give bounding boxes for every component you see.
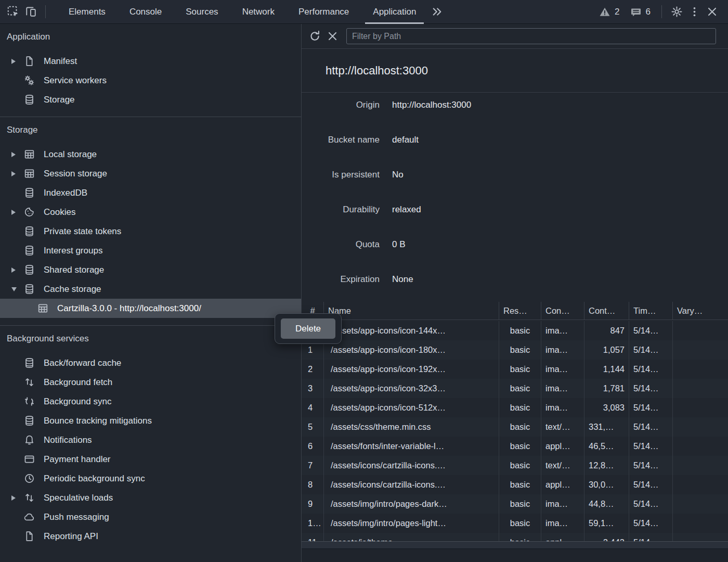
cell-cont[interactable]: 3,083 (584, 398, 629, 417)
cell-num[interactable]: 11 (302, 533, 324, 541)
cell-con[interactable]: ima… (541, 494, 584, 514)
cell-con[interactable]: ima… (541, 514, 584, 533)
cell-con[interactable]: text/… (541, 456, 584, 475)
sidebar-item-notifications[interactable]: Notifications (0, 430, 301, 450)
cell-cont[interactable]: 59,1… (584, 514, 629, 533)
cell-con[interactable]: ima… (541, 379, 584, 398)
sidebar-item-background-sync[interactable]: Background sync (0, 392, 301, 411)
cell-num[interactable]: 1… (302, 514, 324, 533)
sidebar-item-bounce-tracking-mitigations[interactable]: Bounce tracking mitigations (0, 411, 301, 430)
cell-vary[interactable] (673, 321, 728, 340)
cell-vary[interactable] (673, 398, 728, 417)
cell-con[interactable]: ima… (541, 340, 584, 360)
cell-tim[interactable]: 5/14… (629, 398, 673, 417)
cell-cont[interactable]: 30,0… (584, 475, 629, 494)
cell-tim[interactable]: 5/14… (629, 475, 673, 494)
cell-cont[interactable]: 1,781 (584, 379, 629, 398)
cell-vary[interactable] (673, 360, 728, 379)
cell-num[interactable]: 4 (302, 398, 324, 417)
sidebar-item-session-storage[interactable]: Session storage (0, 164, 301, 183)
sidebar-item-back-forward-cache[interactable]: Back/forward cache (0, 353, 301, 373)
cell-tim[interactable]: 5/14… (629, 494, 673, 514)
cell-tim[interactable]: 5/14… (629, 514, 673, 533)
sidebar-item-storage[interactable]: Storage (0, 90, 301, 109)
twisty-icon[interactable] (7, 267, 23, 273)
twisty-icon[interactable] (7, 152, 23, 157)
device-toolbar-button[interactable] (22, 3, 40, 21)
twisty-icon[interactable] (7, 210, 23, 215)
cell-name[interactable]: /assets/fonts/inter-variable-l… (324, 437, 499, 456)
sidebar-item-cookies[interactable]: Cookies (0, 202, 301, 222)
cell-vary[interactable] (673, 417, 728, 437)
cell-name[interactable]: /assets/app-icons/icon-512x… (324, 398, 499, 417)
cell-res[interactable]: basic (499, 340, 541, 360)
cell-tim[interactable]: 5/14… (629, 533, 673, 541)
twisty-icon[interactable] (7, 171, 23, 176)
cell-name[interactable]: /assets/img/intro/pages-light… (324, 514, 499, 533)
cell-cont[interactable]: 847 (584, 321, 629, 340)
inspect-element-button[interactable] (4, 3, 22, 21)
cell-tim[interactable]: 5/14… (629, 379, 673, 398)
cell-con[interactable]: ima… (541, 321, 584, 340)
sidebar-item-push-messaging[interactable]: Push messaging (0, 507, 301, 527)
cell-tim[interactable]: 5/14… (629, 360, 673, 379)
sidebar-item-interest-groups[interactable]: Interest groups (0, 241, 301, 260)
cell-name[interactable]: /assets/icons/cartzilla-icons.… (324, 475, 499, 494)
sidebar-item-indexeddb[interactable]: IndexedDB (0, 183, 301, 202)
cell-vary[interactable] (673, 456, 728, 475)
tab-elements[interactable]: Elements (57, 0, 118, 24)
cell-vary[interactable] (673, 533, 728, 541)
cell-vary[interactable] (673, 514, 728, 533)
cell-cont[interactable]: 44,8… (584, 494, 629, 514)
cell-tim[interactable]: 5/14… (629, 321, 673, 340)
cell-con[interactable]: ima… (541, 360, 584, 379)
cell-num[interactable]: 3 (302, 379, 324, 398)
cell-name[interactable]: /assets/app-icons/icon-144x… (324, 321, 499, 340)
cell-num[interactable]: 7 (302, 456, 324, 475)
cell-cont[interactable]: 331,… (584, 417, 629, 437)
cell-num[interactable]: 6 (302, 437, 324, 456)
sidebar-item-periodic-background-sync[interactable]: Periodic background sync (0, 469, 301, 488)
cell-vary[interactable] (673, 437, 728, 456)
cell-res[interactable]: basic (499, 437, 541, 456)
sidebar-item-shared-storage[interactable]: Shared storage (0, 260, 301, 279)
sidebar-item-manifest[interactable]: Manifest (0, 52, 301, 71)
more-tabs-button[interactable] (428, 3, 446, 21)
sidebar-item-cache-storage[interactable]: Cache storage (0, 279, 301, 299)
cell-num[interactable]: 5 (302, 417, 324, 437)
cell-res[interactable]: basic (499, 514, 541, 533)
settings-button[interactable] (668, 3, 685, 21)
tab-application[interactable]: Application (361, 0, 428, 24)
sidebar-item-reporting-api[interactable]: Reporting API (0, 527, 301, 546)
cell-num[interactable]: 9 (302, 494, 324, 514)
cell-res[interactable]: basic (499, 398, 541, 417)
filter-input[interactable] (346, 28, 716, 44)
cell-vary[interactable] (673, 340, 728, 360)
cell-name[interactable]: /assets/icons/cartzilla-icons.… (324, 456, 499, 475)
cell-tim[interactable]: 5/14… (629, 340, 673, 360)
sidebar-item-service-workers[interactable]: Service workers (0, 71, 301, 90)
warnings-badge[interactable]: 2 (599, 6, 619, 18)
cell-name[interactable]: /assets/img/intro/pages-dark… (324, 494, 499, 514)
cell-con[interactable]: appl… (541, 533, 584, 541)
context-menu-item-delete[interactable]: Delete (281, 318, 335, 339)
cell-con[interactable]: ima… (541, 398, 584, 417)
cell-con[interactable]: appl… (541, 475, 584, 494)
cell-res[interactable]: basic (499, 321, 541, 340)
cell-name[interactable]: /assets/css/theme.min.css (324, 417, 499, 437)
cell-vary[interactable] (673, 379, 728, 398)
refresh-button[interactable] (306, 28, 323, 45)
tab-performance[interactable]: Performance (287, 0, 361, 24)
cell-vary[interactable] (673, 494, 728, 514)
cell-res[interactable]: basic (499, 360, 541, 379)
tab-console[interactable]: Console (118, 0, 174, 24)
cell-res[interactable]: basic (499, 475, 541, 494)
cell-cont[interactable]: 2,443 (584, 533, 629, 541)
column-header-cont[interactable]: Cont… (584, 302, 629, 320)
cell-res[interactable]: basic (499, 456, 541, 475)
cell-res[interactable]: basic (499, 379, 541, 398)
cell-tim[interactable]: 5/14… (629, 456, 673, 475)
twisty-icon[interactable] (7, 59, 23, 64)
cell-res[interactable]: basic (499, 533, 541, 541)
cell-cont[interactable]: 12,8… (584, 456, 629, 475)
